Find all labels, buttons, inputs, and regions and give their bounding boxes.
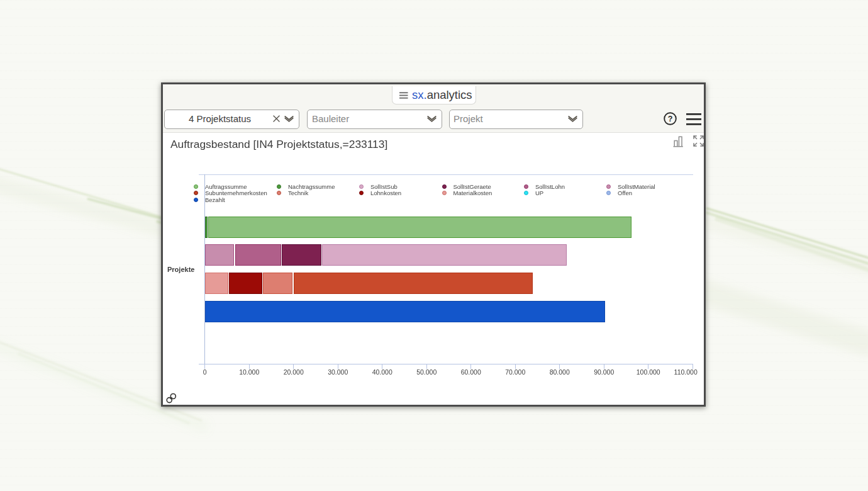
svg-text:?: ? — [668, 115, 673, 123]
